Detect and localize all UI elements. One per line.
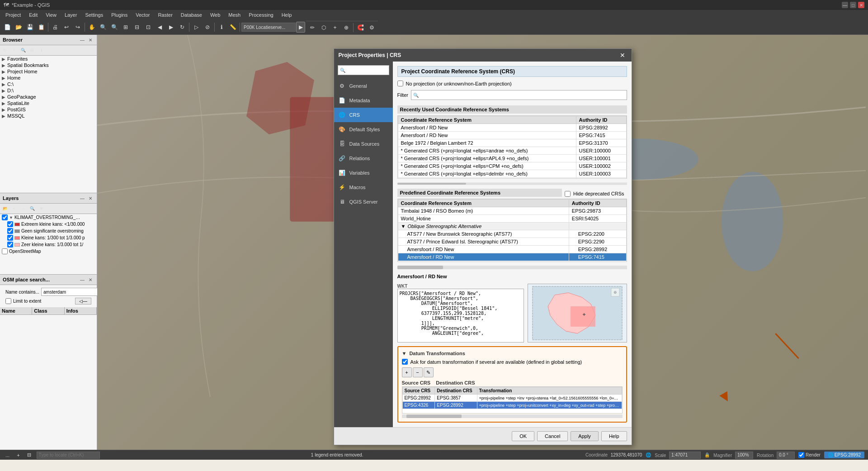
locate-input[interactable] — [37, 452, 100, 459]
crs-col-name[interactable]: Coordinate Reference System — [398, 116, 576, 124]
apply-button[interactable]: Apply — [571, 431, 599, 441]
zoom-extent-button[interactable]: ⊞ — [120, 22, 131, 33]
dialog-search-box[interactable]: 🔍 — [338, 65, 389, 75]
menu-database[interactable]: Database — [177, 11, 206, 19]
cancel-button[interactable]: Cancel — [537, 431, 568, 441]
osm-limit-button[interactable]: ◁— — [75, 298, 91, 304]
layer-item-osm[interactable]: OpenStreetMap — [0, 248, 97, 255]
crs-filter-box[interactable]: 🔍 — [411, 90, 627, 100]
print-button[interactable]: 🖨 — [50, 22, 61, 33]
table-row[interactable]: World_HotineESRI:54025 — [398, 215, 626, 223]
browser-refresh-button[interactable]: ↻ — [1, 46, 9, 54]
close-button[interactable]: ✕ — [858, 2, 864, 8]
snapping-options-button[interactable]: ⚙ — [366, 22, 377, 33]
layer-item-extreem[interactable]: Extreem kleine kans: <1/30.000 — [0, 221, 97, 228]
crs-col-authority[interactable]: Authority ID — [576, 116, 626, 124]
browser-item-home[interactable]: ▶ Home — [0, 75, 97, 81]
menu-processing[interactable]: Processing — [245, 11, 277, 19]
osm-header-name[interactable]: Name — [0, 307, 32, 314]
table-row[interactable]: ▼Oblique Stereographic Alternative — [398, 223, 626, 230]
layers-open-button[interactable]: 📂 — [1, 205, 9, 213]
browser-item-project-home[interactable]: ▶ Project Home — [0, 68, 97, 75]
zoom-out-button[interactable]: 🔍 — [109, 22, 120, 33]
browser-item-mssql[interactable]: ▶ MSSQL — [0, 113, 97, 119]
zoom-in-button[interactable]: 🔍 — [98, 22, 108, 33]
new-project-button[interactable]: 📄 — [2, 22, 13, 33]
move-feature-button[interactable]: ⊕ — [341, 22, 352, 33]
zoom-prev-button[interactable]: ◀ — [154, 22, 165, 33]
crs-hscrollbar[interactable] — [397, 266, 627, 269]
menu-settings[interactable]: Settings — [81, 11, 107, 19]
refresh-button[interactable]: ↻ — [177, 22, 188, 33]
save-project-button[interactable]: 💾 — [24, 22, 35, 33]
layer-item-overstroming[interactable]: ▼ KLIMAAT_OVERSTROMING_corr — [0, 214, 97, 221]
layers-toggle-button[interactable]: 👁 — [37, 205, 45, 213]
magnifier-input[interactable] — [735, 452, 753, 459]
layers-remove-button[interactable]: − — [19, 205, 27, 213]
menu-plugins[interactable]: Plugins — [108, 11, 131, 19]
pred-col-authority[interactable]: Authority ID — [569, 200, 626, 207]
redo-button[interactable]: ↪ — [72, 22, 83, 33]
crs-filter-input[interactable] — [419, 92, 625, 98]
menu-edit[interactable]: Edit — [25, 11, 41, 19]
digitize-button[interactable]: ✏ — [307, 22, 318, 33]
menu-project[interactable]: Project — [2, 11, 24, 19]
browser-collapse-button[interactable]: — — [79, 36, 86, 43]
browser-close-button[interactable]: ✕ — [87, 36, 94, 43]
minimize-button[interactable]: — — [842, 2, 848, 8]
menu-mesh[interactable]: Mesh — [225, 11, 244, 19]
pred-col-name[interactable]: Coordinate Reference System — [398, 200, 569, 207]
status-add-layer-button[interactable]: + — [15, 452, 21, 458]
snapping-button[interactable]: 🧲 — [355, 22, 366, 33]
browser-properties-button[interactable]: ℹ — [37, 46, 45, 54]
browser-item-postgis[interactable]: ▶ PostGIS — [0, 106, 97, 113]
datum-remove-button[interactable]: − — [413, 367, 423, 377]
table-row[interactable]: Amersfoort / RD NewEPSG:7415 — [398, 132, 626, 139]
table-scrollbar[interactable] — [397, 182, 627, 185]
nav-relations[interactable]: 🔗 Relations — [334, 151, 393, 166]
menu-web[interactable]: Web — [207, 11, 224, 19]
datum-expand-icon[interactable]: ▼ — [402, 351, 407, 356]
table-row[interactable]: Timbalai 1948 / RSO Borneo (m)EPSG:29873 — [398, 207, 626, 215]
browser-filter-button[interactable]: 🔍 — [19, 46, 27, 54]
datum-edit-button[interactable]: ✎ — [424, 367, 434, 377]
browser-add-button[interactable]: + — [10, 46, 18, 54]
browser-item-spatialite[interactable]: ▶ SpatiaLite — [0, 100, 97, 106]
menu-layer[interactable]: Layer — [61, 11, 81, 19]
zoom-next-button[interactable]: ▶ — [165, 22, 176, 33]
pan-button[interactable]: ✋ — [86, 22, 97, 33]
ok-button[interactable]: OK — [512, 431, 534, 441]
deselect-button[interactable]: ⊘ — [202, 22, 213, 33]
table-row[interactable]: Belge 1972 / Belgian Lambert 72EPSG:3137… — [398, 139, 626, 147]
browser-item-c[interactable]: ▶ C:\ — [0, 81, 97, 87]
predefined-table-container[interactable]: Coordinate Reference System Authority ID… — [397, 199, 627, 262]
table-row[interactable]: ATS77 / Prince Edward Isl. Stereographic… — [398, 238, 626, 246]
map-area[interactable]: Project Properties | CRS ✕ 🔍 — [97, 35, 868, 450]
render-checkbox[interactable] — [798, 452, 804, 458]
location-go-button[interactable]: ▶ — [296, 22, 305, 33]
layers-add-button[interactable]: + — [10, 205, 18, 213]
browser-item-favorites[interactable]: ▶ Favorites — [0, 56, 97, 62]
table-row[interactable]: * Generated CRS (+proj=longlat +ellps=AP… — [398, 155, 626, 162]
status-settings-button[interactable]: ... — [4, 452, 11, 458]
layer-checkbox-extreem[interactable] — [7, 221, 13, 227]
table-row-selected[interactable]: Amersfoort / RD NewEPSG:7415 — [398, 253, 626, 261]
location-input[interactable] — [241, 23, 296, 32]
measure-button[interactable]: 📏 — [227, 22, 238, 33]
save-as-button[interactable]: 📋 — [36, 22, 47, 33]
layer-checkbox-kleine[interactable] — [7, 235, 13, 241]
wkt-text[interactable]: PROJCRS["Amersfoort / RD New", BASEGEOGC… — [397, 289, 524, 343]
table-row[interactable]: Amersfoort / RD NewEPSG:28992 — [398, 124, 626, 132]
datum-table-container[interactable]: Source CRS Destination CRS Transformatio… — [402, 386, 623, 414]
add-feature-button[interactable]: + — [330, 22, 340, 33]
rotation-input[interactable] — [777, 452, 795, 459]
datum-add-button[interactable]: + — [402, 367, 412, 377]
identify-button[interactable]: ℹ — [216, 22, 227, 33]
no-projection-checkbox[interactable] — [397, 81, 403, 86]
browser-item-spatial-bookmarks[interactable]: ▶ Spatial Bookmarks — [0, 62, 97, 68]
browser-item-d[interactable]: ▶ D:\ — [0, 87, 97, 94]
datum-hscrollbar[interactable] — [402, 414, 623, 418]
hide-deprecated-checkbox[interactable] — [565, 191, 571, 197]
osm-limit-checkbox[interactable] — [5, 298, 11, 304]
menu-vector[interactable]: Vector — [132, 11, 153, 19]
